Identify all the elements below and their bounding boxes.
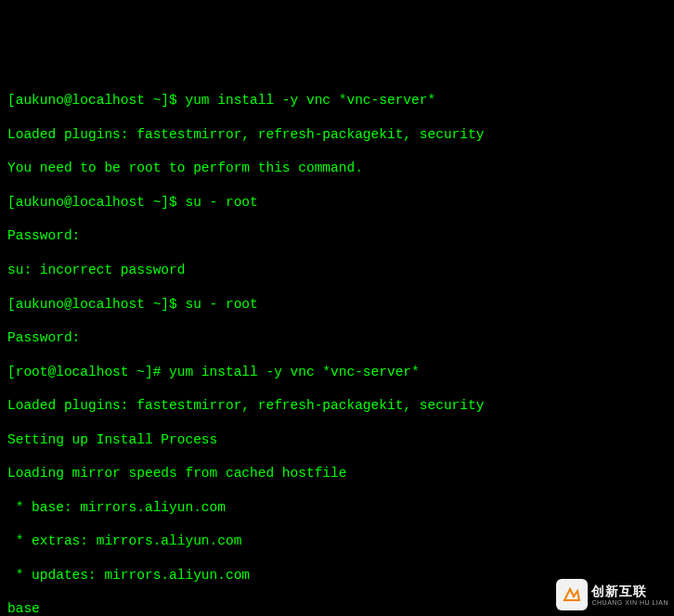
- output-line: You need to be root to perform this comm…: [7, 160, 667, 176]
- output-line: * extras: mirrors.aliyun.com: [7, 533, 667, 549]
- output-line: Loaded plugins: fastestmirror, refresh-p…: [7, 126, 667, 143]
- output-line: [aukuno@localhost ~]$ su - root: [7, 296, 667, 313]
- output-line: Password:: [7, 329, 667, 346]
- output-line: [root@localhost ~]# yum install -y vnc *…: [7, 364, 667, 380]
- output-line: Password:: [7, 227, 667, 244]
- output-line: [aukuno@localhost ~]$ yum install -y vnc…: [7, 92, 667, 109]
- watermark-logo-icon: [556, 579, 588, 610]
- output-line: su: incorrect password: [7, 262, 667, 278]
- watermark-cn: 创新互联: [591, 584, 668, 597]
- output-line: [aukuno@localhost ~]$ su - root: [7, 194, 667, 211]
- watermark-en: CHUANG XIN HU LIAN: [591, 599, 668, 606]
- watermark-text: 创新互联 CHUANG XIN HU LIAN: [591, 584, 668, 606]
- terminal-output[interactable]: [aukuno@localhost ~]$ yum install -y vnc…: [7, 75, 667, 616]
- output-line: Setting up Install Process: [7, 431, 667, 448]
- output-line: Loading mirror speeds from cached hostfi…: [7, 465, 667, 481]
- output-line: Loaded plugins: fastestmirror, refresh-p…: [7, 397, 667, 414]
- watermark: 创新互联 CHUANG XIN HU LIAN: [556, 579, 668, 610]
- output-line: * base: mirrors.aliyun.com: [7, 499, 667, 516]
